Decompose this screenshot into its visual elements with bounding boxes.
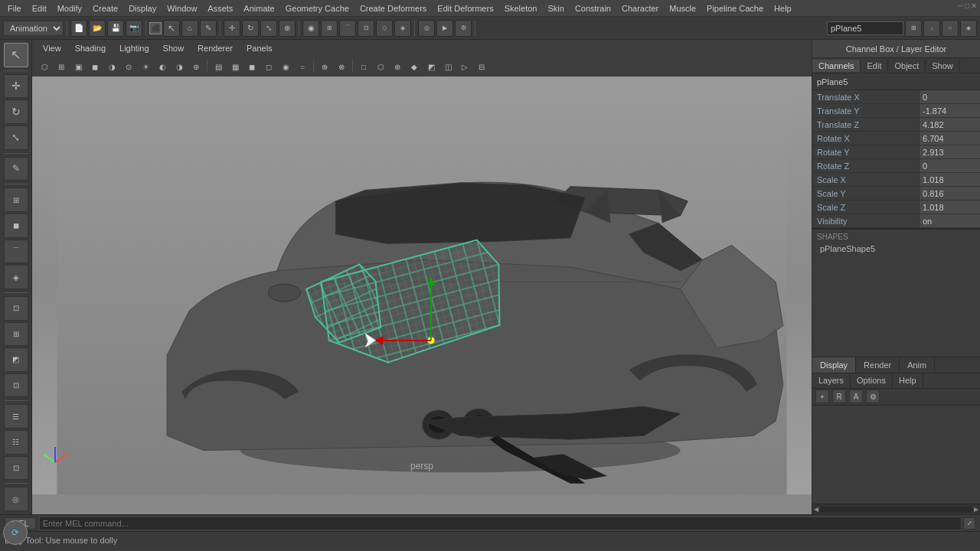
vp-shading-4[interactable]: ◻ (261, 60, 276, 73)
mel-input[interactable] (39, 517, 962, 530)
vp-ao[interactable]: ◑ (172, 60, 187, 73)
vp-wireframe[interactable]: ▣ (70, 60, 86, 73)
paint-tool-btn[interactable]: ✎ (200, 20, 217, 37)
vp-shading-1[interactable]: ▤ (211, 60, 226, 73)
layer-anim-btn[interactable]: A (849, 390, 863, 403)
menu-window[interactable]: Window (162, 2, 201, 15)
rb-tab-display[interactable]: Display (812, 357, 856, 373)
snap-grid-btn[interactable]: ⊞ (321, 20, 338, 37)
menu-create[interactable]: Create (88, 2, 122, 15)
focus-btn[interactable]: ⊞ (905, 20, 922, 37)
vp-shadows[interactable]: ◐ (155, 60, 170, 73)
deform-tool-2[interactable]: ⊞ (4, 322, 28, 347)
show-manipulator-btn[interactable]: ⊕ (279, 20, 296, 37)
vp-menu-view[interactable]: View (37, 42, 67, 54)
layer-render-btn[interactable]: R (832, 390, 846, 403)
menu-help[interactable]: Help (769, 2, 796, 15)
viewport[interactable]: View Shading Lighting Show Renderer Pane… (32, 40, 812, 514)
shape-item[interactable]: pPlaneShape5 (817, 243, 975, 255)
snap-surface-btn[interactable]: ◈ (394, 20, 411, 37)
snapshot-btn[interactable]: 📷 (126, 20, 142, 37)
selected-object-input[interactable] (827, 21, 903, 35)
vp-isolate[interactable]: ⊙ (121, 60, 136, 73)
lasso-tool-btn[interactable]: ⌂ (181, 20, 198, 37)
value-rotatez[interactable]: 0 (919, 159, 980, 172)
render-settings-btn[interactable]: ◎ (418, 20, 435, 37)
vp-shapes-3[interactable]: ⊕ (390, 60, 405, 73)
deform-tool-1[interactable]: ⊡ (4, 296, 28, 321)
vp-menu-renderer[interactable]: Renderer (191, 42, 239, 54)
select-hier-btn[interactable]: ↓ (923, 20, 940, 37)
sculpt-tool[interactable]: ✎ (4, 157, 28, 181)
vp-shapes-4[interactable]: ◆ (407, 60, 422, 73)
menu-pipeline-cache[interactable]: Pipeline Cache (702, 2, 768, 15)
rbs-options[interactable]: Options (851, 373, 893, 388)
value-rotatex[interactable]: 6.704 (919, 132, 980, 145)
select-comp-btn[interactable]: ◈ (960, 20, 977, 37)
layer-tool-2[interactable]: ☷ (4, 430, 28, 455)
snap-curve-btn[interactable]: ⌒ (339, 20, 356, 37)
cb-maximize-btn[interactable]: □ (965, 2, 969, 10)
menu-geometry-cache[interactable]: Geometry Cache (281, 2, 354, 15)
select-obj-btn[interactable]: ○ (942, 20, 959, 37)
value-translatey[interactable]: -1.874 (919, 104, 980, 117)
menu-display[interactable]: Display (124, 2, 161, 15)
rb-tab-anim[interactable]: Anim (900, 357, 935, 373)
menu-modify[interactable]: Modify (53, 2, 87, 15)
save-scene-btn[interactable]: 💾 (107, 20, 124, 37)
menu-create-deformers[interactable]: Create Deformers (355, 2, 431, 15)
rb-tab-render[interactable]: Render (856, 357, 900, 373)
value-visibility[interactable]: on (919, 214, 980, 227)
select-tool[interactable]: ↖ (4, 43, 28, 67)
vp-shading-6[interactable]: ○ (295, 60, 310, 73)
history-btn[interactable]: ⟳ (3, 520, 28, 545)
deform-tool-4[interactable]: ⊡ (4, 373, 28, 398)
rotate-tool[interactable]: ↻ (4, 99, 28, 124)
layer-tool-1[interactable]: ☰ (4, 404, 28, 429)
value-translatez[interactable]: 4.182 (919, 118, 980, 131)
cb-close-btn[interactable]: ✕ (971, 2, 977, 10)
select-mode-btn[interactable]: ⬛ (149, 22, 162, 34)
rbs-help[interactable]: Help (893, 373, 923, 388)
vp-shading-3[interactable]: ◼ (244, 60, 260, 73)
value-translatex[interactable]: 0 (919, 90, 980, 103)
tab-edit[interactable]: Edit (861, 60, 888, 72)
menu-skin[interactable]: Skin (543, 2, 568, 15)
select-tool-btn[interactable]: ↖ (163, 20, 180, 37)
menu-file[interactable]: File (3, 2, 26, 15)
vp-aa[interactable]: ⊛ (188, 60, 204, 73)
menu-skeleton[interactable]: Skeleton (500, 2, 542, 15)
surface-mode-btn[interactable]: ◈ (4, 265, 28, 289)
scroll-track[interactable] (820, 507, 972, 513)
vp-shapes-8[interactable]: ⊟ (474, 60, 489, 73)
vp-lights[interactable]: ☀ (138, 60, 153, 73)
car-scene[interactable]: x z persp (32, 77, 812, 494)
curve-mode-btn[interactable]: ⌒ (4, 240, 28, 264)
component-mode-btn[interactable]: ⊞ (4, 187, 28, 212)
value-scalex[interactable]: 1.018 (919, 173, 980, 186)
deform-tool-3[interactable]: ◩ (4, 347, 28, 372)
tab-channels[interactable]: Channels (812, 60, 861, 72)
value-scalez[interactable]: 1.018 (919, 201, 980, 214)
rotate-tool-btn[interactable]: ↻ (242, 20, 259, 37)
menu-animate[interactable]: Animate (239, 2, 279, 15)
cb-minimize-btn[interactable]: ─ (958, 2, 963, 10)
vp-shapes-1[interactable]: □ (356, 60, 371, 73)
vp-cam-select[interactable]: ⬡ (37, 60, 52, 73)
value-rotatey[interactable]: 2.913 (919, 145, 980, 158)
move-tool[interactable]: ✛ (4, 74, 28, 99)
open-scene-btn[interactable]: 📂 (89, 20, 106, 37)
snap-view-btn[interactable]: ◇ (376, 20, 393, 37)
menu-edit[interactable]: Edit (28, 2, 51, 15)
snap-point-btn[interactable]: ⊡ (358, 20, 374, 37)
render-tool[interactable]: ◎ (4, 487, 28, 511)
render-btn[interactable]: ⚙ (455, 20, 472, 37)
poly-mode-btn[interactable]: ◼ (4, 214, 28, 238)
vp-shapes-2[interactable]: ⬡ (373, 60, 388, 73)
rbs-layers[interactable]: Layers (812, 373, 851, 388)
new-scene-btn[interactable]: 📄 (70, 20, 87, 37)
scale-tool[interactable]: ⤡ (4, 126, 28, 150)
mode-dropdown[interactable]: Animation Modeling Rigging (3, 21, 64, 36)
menu-constrain[interactable]: Constrain (570, 2, 616, 15)
vp-shapes-6[interactable]: ◫ (440, 60, 456, 73)
